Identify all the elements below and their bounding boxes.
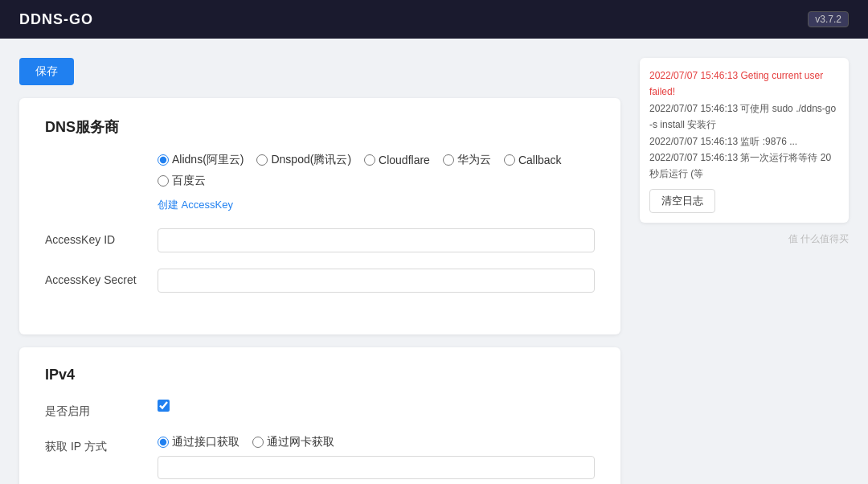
dns-card: DNS服务商 Alidns(阿里云) Dnspod(腾讯云) <box>19 98 620 334</box>
ipv4-card-title: IPv4 <box>45 367 595 384</box>
radio-dnspod[interactable]: Dnspod(腾讯云) <box>256 153 351 167</box>
right-panel: 2022/07/07 15:46:13 Geting current user … <box>640 58 849 484</box>
clear-log-button[interactable]: 清空日志 <box>649 189 715 213</box>
ipv4-method-radio-group: 通过接口获取 通过网卡获取 <box>158 435 595 449</box>
radio-baidu-input[interactable] <box>158 175 169 187</box>
ipv4-enable-row: 是否启用 <box>45 400 595 419</box>
radio-baidu[interactable]: 百度云 <box>158 174 206 188</box>
watermark: 值 什么值得买 <box>640 232 849 246</box>
radio-nic-input[interactable] <box>252 437 264 448</box>
radio-baidu-label: 百度云 <box>172 174 206 188</box>
radio-dnspod-input[interactable] <box>256 154 268 166</box>
accesskey-id-row: AccessKey ID <box>45 228 595 252</box>
app-title: DDNS-GO <box>19 11 93 28</box>
dns-provider-radio-group: Alidns(阿里云) Dnspod(腾讯云) Cloudflare <box>158 153 595 167</box>
watermark-text: 值 什么值得买 <box>788 233 849 244</box>
radio-interface[interactable]: 通过接口获取 <box>158 435 240 449</box>
app-header: DDNS-GO v3.7.2 <box>0 0 868 39</box>
version-badge: v3.7.2 <box>808 11 849 27</box>
radio-callback[interactable]: Callback <box>504 154 562 166</box>
log-entry-0: 2022/07/07 15:46:13 Geting current user … <box>649 68 839 100</box>
ipv4-card: IPv4 是否启用 获取 IP 方式 通过接口获取 <box>19 347 620 484</box>
ipv4-enable-checkbox[interactable] <box>158 400 170 412</box>
radio-cloudflare-input[interactable] <box>364 154 375 166</box>
create-accesskey-link[interactable]: 创建 AccessKey <box>158 198 233 212</box>
ipv4-getip-control: 通过接口获取 通过网卡获取 https://myip4.ipip.net, ht… <box>158 435 595 484</box>
radio-interface-label: 通过接口获取 <box>172 435 240 449</box>
radio-nic-label: 通过网卡获取 <box>267 435 334 449</box>
radio-cloudflare-label: Cloudflare <box>379 154 430 166</box>
accesskey-secret-input[interactable] <box>158 269 595 293</box>
ipv4-enable-control <box>158 400 595 412</box>
ipv4-enable-label: 是否启用 <box>45 400 158 419</box>
radio-cloudflare[interactable]: Cloudflare <box>364 154 430 166</box>
radio-alidns[interactable]: Alidns(阿里云) <box>158 153 244 167</box>
save-button[interactable]: 保存 <box>19 58 74 85</box>
radio-huawei-input[interactable] <box>443 154 454 166</box>
radio-interface-input[interactable] <box>158 437 169 448</box>
accesskey-secret-control <box>158 269 595 293</box>
dns-card-title: DNS服务商 <box>45 117 595 137</box>
ipv4-getip-row: 获取 IP 方式 通过接口获取 通过网卡获取 https://myip4.ipi… <box>45 435 595 484</box>
dns-provider-row: Alidns(阿里云) Dnspod(腾讯云) Cloudflare <box>45 153 595 212</box>
dns-provider-label <box>45 153 158 158</box>
dns-provider-row2: 百度云 <box>158 174 595 188</box>
radio-callback-label: Callback <box>518 154 562 166</box>
accesskey-id-input[interactable] <box>158 228 595 252</box>
toolbar: 保存 <box>19 58 620 85</box>
radio-alidns-label: Alidns(阿里云) <box>172 153 244 167</box>
radio-nic[interactable]: 通过网卡获取 <box>252 435 334 449</box>
accesskey-secret-label: AccessKey Secret <box>45 269 158 286</box>
log-entry-3: 2022/07/07 15:46:13 第一次运行将等待 20 秒后运行 (等 <box>649 150 839 183</box>
log-entry-1: 2022/07/07 15:46:13 可使用 sudo ./ddns-go -… <box>649 100 839 133</box>
accesskey-id-label: AccessKey ID <box>45 228 158 246</box>
radio-huawei-label: 华为云 <box>457 153 491 167</box>
dns-provider-control: Alidns(阿里云) Dnspod(腾讯云) Cloudflare <box>158 153 595 212</box>
log-entry-2: 2022/07/07 15:46:13 监听 :9876 ... <box>649 133 839 150</box>
log-text: 2022/07/07 15:46:13 Geting current user … <box>649 68 839 183</box>
radio-huawei[interactable]: 华为云 <box>443 153 491 167</box>
ipv4-enable-checkbox-wrapper <box>158 400 595 412</box>
accesskey-id-control <box>158 228 595 252</box>
radio-alidns-input[interactable] <box>158 154 169 166</box>
ipv4-getip-label: 获取 IP 方式 <box>45 435 158 454</box>
left-content: 保存 DNS服务商 Alidns(阿里云) Dnspod(腾讯云) <box>19 58 620 484</box>
url-input[interactable]: https://myip4.ipip.net, https://ddns.ora… <box>158 456 595 479</box>
log-panel: 2022/07/07 15:46:13 Geting current user … <box>640 58 849 223</box>
accesskey-secret-row: AccessKey Secret <box>45 269 595 293</box>
radio-callback-input[interactable] <box>504 154 515 166</box>
radio-dnspod-label: Dnspod(腾讯云) <box>271 153 351 167</box>
